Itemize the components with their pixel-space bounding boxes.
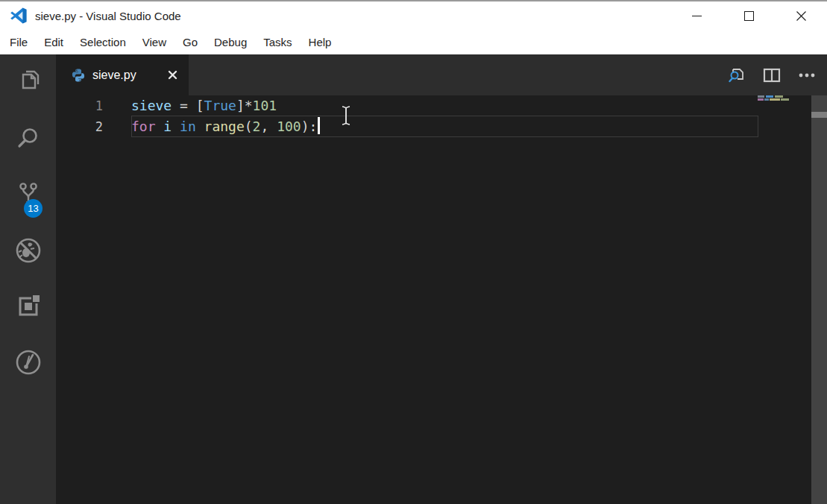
activity-extensions[interactable] [0,278,56,334]
tab-bar: sieve.py [56,54,827,95]
explorer-icon [13,68,43,98]
activity-bar: 13 [0,54,56,504]
code-line-1[interactable]: 1sieve = [True]*101 [56,95,827,116]
menu-item-go[interactable]: Go [174,33,206,51]
menu-item-debug[interactable]: Debug [206,33,255,51]
main-area: 13 [0,54,827,504]
maximize-button[interactable] [723,1,775,30]
editor-group: sieve.py [56,54,827,504]
line-number[interactable]: 2 [56,116,103,137]
vscode-window: sieve.py - Visual Studio Code FileEditSe… [0,0,827,504]
search-file-button[interactable] [727,66,746,85]
gauge-icon [13,347,43,377]
code-text: for i in range(2, 100): [131,116,320,137]
tab-label: sieve.py [92,69,136,82]
activity-gauge[interactable] [0,334,56,390]
window-title: sieve.py - Visual Studio Code [35,10,181,22]
minimap-line [758,98,789,101]
split-editor-button[interactable] [762,66,782,85]
title-bar: sieve.py - Visual Studio Code [0,0,827,30]
menu-item-selection[interactable]: Selection [72,33,134,51]
activity-debug[interactable] [0,222,56,278]
minimize-button[interactable] [670,1,723,30]
line-number[interactable]: 1 [56,95,103,116]
python-icon [71,68,86,83]
menu-item-help[interactable]: Help [301,33,340,51]
minimap-line [758,95,783,98]
tab-close-icon [168,70,177,80]
more-actions-button[interactable] [797,66,817,85]
split-editor-icon [762,66,782,85]
text-caret [318,117,320,134]
activity-source-control[interactable]: 13 [0,166,56,222]
tab-close-button[interactable] [165,68,180,83]
maximize-icon [744,11,754,21]
menu-item-file[interactable]: File [1,33,36,51]
menu-bar: FileEditSelectionViewGoDebugTasksHelp [0,30,827,54]
search-file-icon [727,66,746,85]
editor-actions [727,54,827,95]
vscode-logo-icon [10,7,28,25]
source-control-badge: 13 [24,199,43,218]
minimize-icon [692,16,702,16]
menu-item-view[interactable]: View [134,33,174,51]
code-lines[interactable]: 1sieve = [True]*1012for i in range(2, 10… [56,95,827,137]
code-line-2[interactable]: 2for i in range(2, 100): [56,116,827,137]
search-icon [13,124,43,154]
tab-sieve-py[interactable]: sieve.py [56,54,189,95]
close-button[interactable] [775,1,827,30]
code-text: sieve = [True]*101 [131,95,277,116]
menu-item-edit[interactable]: Edit [36,33,72,51]
extensions-icon [13,292,43,321]
activity-search[interactable] [0,110,56,166]
activity-explorer[interactable] [0,54,56,110]
close-icon [796,10,807,22]
minimap[interactable] [758,95,817,103]
scrollbar-thumb[interactable] [811,112,827,118]
more-actions-icon [797,66,817,85]
code-editor[interactable]: 1sieve = [True]*1012for i in range(2, 10… [56,95,827,504]
window-controls [670,1,827,30]
scrollbar-track[interactable] [811,95,827,504]
debug-icon [13,236,43,265]
menu-item-tasks[interactable]: Tasks [255,33,300,51]
